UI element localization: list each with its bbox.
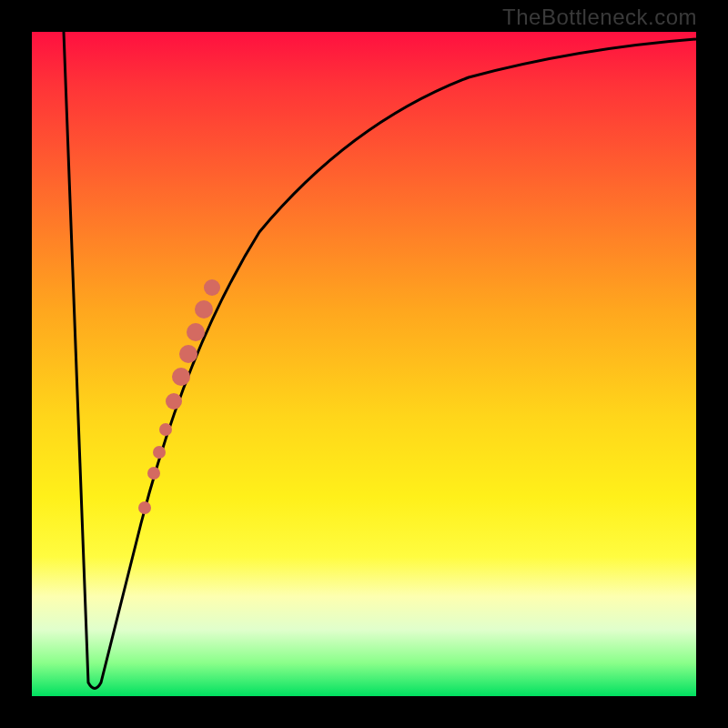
attribution-text: TheBottleneck.com xyxy=(502,5,697,30)
data-marker xyxy=(147,467,160,480)
data-marker xyxy=(195,300,213,318)
chart-frame: TheBottleneck.com xyxy=(0,0,728,728)
data-marker xyxy=(204,279,220,296)
data-marker xyxy=(138,501,151,514)
data-marker xyxy=(187,323,205,341)
data-marker xyxy=(172,368,190,386)
data-marker xyxy=(179,345,197,363)
data-marker xyxy=(153,446,166,459)
curve-svg xyxy=(32,32,696,696)
data-marker xyxy=(166,393,182,410)
plot-area xyxy=(32,32,696,696)
bottleneck-curve xyxy=(64,32,696,689)
data-marker xyxy=(159,423,172,436)
